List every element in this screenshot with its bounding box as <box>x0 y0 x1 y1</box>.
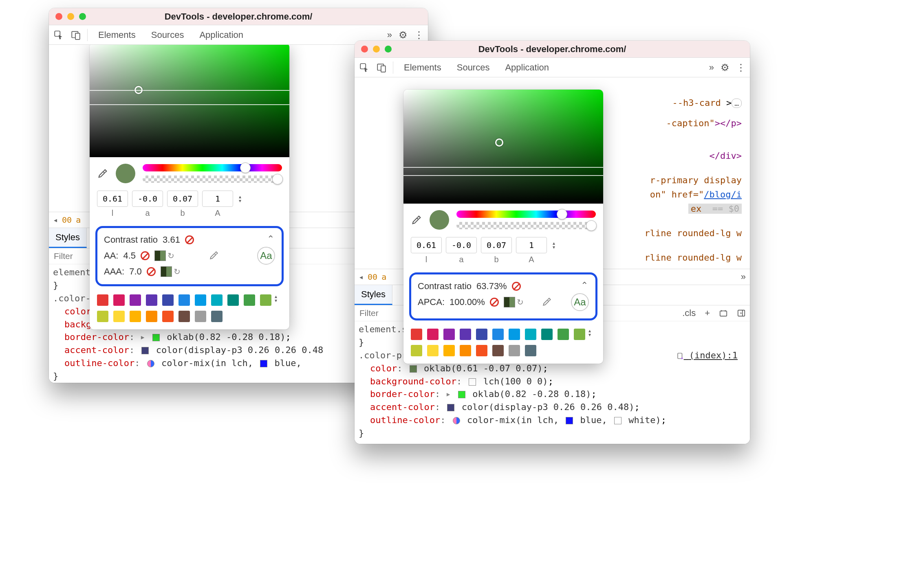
alpha-slider[interactable] <box>456 222 596 229</box>
palette-swatch[interactable] <box>460 345 471 356</box>
palette-swatch[interactable] <box>146 311 157 322</box>
tab-application[interactable]: Application <box>500 62 554 73</box>
palette-swatch[interactable] <box>130 294 141 306</box>
lab-alpha-input[interactable] <box>516 237 547 253</box>
palette-swatch[interactable] <box>113 294 125 306</box>
palette-swatch[interactable] <box>260 294 271 306</box>
device-toggle-icon[interactable] <box>376 62 387 73</box>
color-picker[interactable]: ▴▾ l a b A ⌃ Contrast ratio 63.73% APCA:… <box>403 90 603 364</box>
tab-elements[interactable]: Elements <box>93 30 141 40</box>
hue-slider[interactable] <box>143 164 282 171</box>
palette-swatch[interactable] <box>179 311 190 322</box>
expand-caret-icon[interactable]: ⌃ <box>267 234 274 244</box>
palette-swatch[interactable] <box>162 311 174 322</box>
palette-swatch[interactable] <box>130 311 141 322</box>
palette-swatch[interactable] <box>244 294 255 306</box>
palette-swatch[interactable] <box>476 329 487 340</box>
tab-styles[interactable]: Styles <box>49 228 87 248</box>
color-picker[interactable]: ▴▾ l a b A ⌃ Contrast ratio 3.61 AA: 4.5 <box>90 45 289 329</box>
eyedropper-icon[interactable] <box>411 214 422 226</box>
current-color-swatch[interactable] <box>116 164 135 183</box>
lab-a-input[interactable] <box>132 191 163 207</box>
palette-swatch[interactable] <box>97 311 108 322</box>
lab-b-input[interactable] <box>167 191 198 207</box>
tab-application[interactable]: Application <box>194 30 248 40</box>
palette-swatch[interactable] <box>509 345 520 356</box>
more-panels-icon[interactable]: » <box>741 272 746 282</box>
palette-swatch[interactable] <box>113 311 125 322</box>
eyedropper-icon[interactable] <box>209 250 220 261</box>
eyedropper-icon[interactable] <box>97 168 108 179</box>
palette-swatch[interactable] <box>492 329 504 340</box>
inspect-icon[interactable] <box>53 29 64 41</box>
minimize-dot[interactable] <box>373 46 380 53</box>
breadcrumb-item[interactable]: 00 <box>368 272 377 282</box>
palette-swatch[interactable] <box>558 329 569 340</box>
palette-swatch[interactable] <box>525 329 536 340</box>
cls-toggle[interactable]: .cls <box>682 308 696 318</box>
palette-swatch[interactable] <box>476 345 487 356</box>
palette-swatch[interactable] <box>427 345 439 356</box>
color-format-stepper-icon[interactable]: ▴▾ <box>239 191 246 207</box>
kebab-menu-icon[interactable]: ⋮ <box>736 62 746 73</box>
palette-stepper-icon[interactable]: ▴▾ <box>588 329 596 337</box>
breadcrumb-item[interactable]: a <box>76 215 81 225</box>
tab-elements[interactable]: Elements <box>399 62 446 73</box>
palette-swatch[interactable] <box>411 329 422 340</box>
palette-swatch[interactable] <box>492 345 504 356</box>
maximize-dot[interactable] <box>79 13 86 20</box>
device-toggle-icon[interactable] <box>70 29 82 41</box>
swatch-pair[interactable] <box>504 297 515 307</box>
palette-swatch[interactable] <box>574 329 585 340</box>
palette-swatch[interactable] <box>443 345 455 356</box>
expand-caret-icon[interactable]: ⌃ <box>581 280 588 291</box>
palette-swatch[interactable] <box>195 294 206 306</box>
close-dot[interactable] <box>55 13 62 20</box>
alpha-slider[interactable] <box>143 176 282 183</box>
palette-swatch[interactable] <box>509 329 520 340</box>
breadcrumb-item[interactable]: 00 <box>62 215 72 225</box>
toggle-pane-icon[interactable] <box>737 309 746 318</box>
contrast-preview-badge[interactable]: Aa <box>571 293 589 311</box>
palette-swatch[interactable] <box>195 311 206 322</box>
computed-side-icon[interactable] <box>719 309 728 318</box>
color-spectrum[interactable] <box>90 45 289 157</box>
inspect-icon[interactable] <box>359 62 370 73</box>
swatch-pair[interactable] <box>161 266 172 277</box>
color-spectrum[interactable] <box>403 90 603 204</box>
breadcrumb-item[interactable]: a <box>381 272 386 282</box>
palette-swatch[interactable] <box>162 294 174 306</box>
lab-l-input[interactable] <box>97 191 128 207</box>
eyedropper-icon[interactable] <box>542 296 553 308</box>
tab-sources[interactable]: Sources <box>146 30 189 40</box>
lab-b-input[interactable] <box>481 237 512 253</box>
kebab-menu-icon[interactable]: ⋮ <box>414 29 424 41</box>
minimize-dot[interactable] <box>67 13 74 20</box>
tab-styles[interactable]: Styles <box>355 285 392 305</box>
palette-swatch[interactable] <box>525 345 536 356</box>
lab-a-input[interactable] <box>446 237 477 253</box>
palette-swatch[interactable] <box>227 294 239 306</box>
settings-icon[interactable]: ⚙ <box>399 29 408 41</box>
palette-swatch[interactable] <box>97 294 108 306</box>
more-tabs-icon[interactable]: » <box>387 30 392 40</box>
contrast-preview-badge[interactable]: Aa <box>257 247 275 265</box>
color-format-stepper-icon[interactable]: ▴▾ <box>553 237 560 253</box>
breadcrumb-prev-icon[interactable]: ◂ <box>53 215 58 225</box>
lab-alpha-input[interactable] <box>202 191 233 207</box>
add-rule-icon[interactable]: + <box>705 308 710 318</box>
palette-swatch[interactable] <box>411 345 422 356</box>
palette-swatch[interactable] <box>211 294 223 306</box>
current-color-swatch[interactable] <box>430 210 449 230</box>
palette-swatch[interactable] <box>211 311 223 322</box>
tab-sources[interactable]: Sources <box>452 62 495 73</box>
hue-slider[interactable] <box>456 211 596 218</box>
palette-swatch[interactable] <box>427 329 439 340</box>
stylesheet-source[interactable]: (index):1 <box>689 350 738 360</box>
reload-icon[interactable]: ↻ <box>167 251 174 261</box>
breadcrumb-prev-icon[interactable]: ◂ <box>359 272 364 282</box>
palette-swatch[interactable] <box>443 329 455 340</box>
palette-stepper-icon[interactable]: ▴▾ <box>275 294 282 303</box>
more-tabs-icon[interactable]: » <box>709 62 714 73</box>
lab-l-input[interactable] <box>411 237 442 253</box>
